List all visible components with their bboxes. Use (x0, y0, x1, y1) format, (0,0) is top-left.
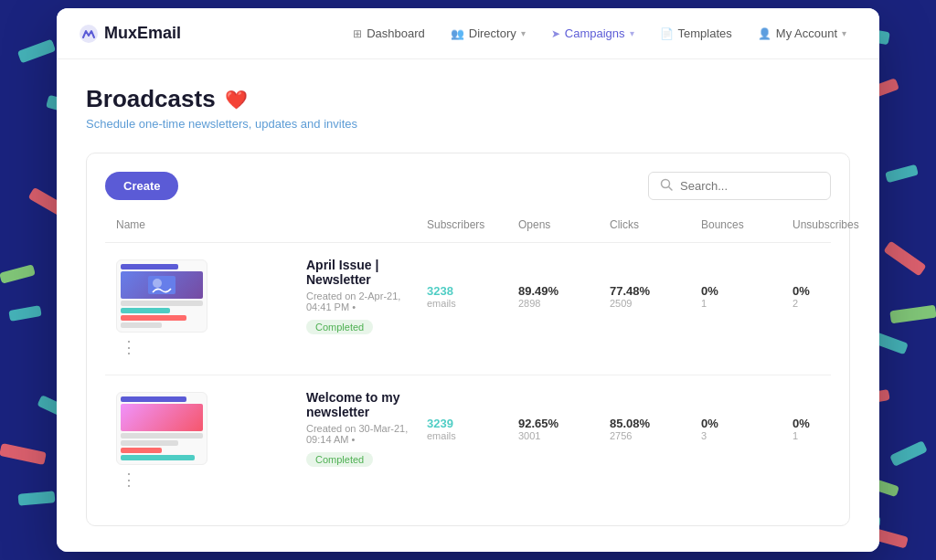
unsubs-num: 1 (792, 430, 820, 441)
clicks-num: 2509 (610, 298, 701, 309)
col-name: Name (116, 218, 427, 231)
subscribers-count: 3238 (427, 284, 518, 298)
more-options-button[interactable]: ⋮ (116, 467, 142, 492)
unsubs-cell: 0% 2 (792, 284, 820, 309)
clicks-pct: 77.48% (610, 284, 701, 298)
opens-num: 2898 (518, 298, 610, 309)
row-thumbnail (116, 259, 207, 333)
arrow-icon: ➤ (551, 27, 560, 40)
grid-icon: ⊞ (353, 27, 362, 40)
row-name: Welcome to my newsletter (306, 390, 427, 419)
subscribers-label: emails (427, 298, 518, 309)
col-bounces: Bounces (701, 218, 792, 231)
subscribers-cell: 3239 emails (427, 417, 518, 441)
bounces-num: 1 (701, 298, 792, 309)
nav-item-templates[interactable]: 📄 Templates (649, 21, 743, 46)
person-icon: 👤 (758, 27, 771, 40)
table-row: Welcome to my newsletter Created on 30-M… (105, 375, 831, 507)
broadcasts-table-container: Create Name Subscribers (86, 153, 850, 526)
chevron-down-icon: ▾ (630, 28, 634, 38)
clicks-num: 2756 (610, 430, 701, 441)
col-clicks: Clicks (610, 218, 701, 231)
search-input[interactable] (680, 179, 819, 193)
search-box (648, 172, 831, 200)
table-row: April Issue | Newsletter Created on 2-Ap… (105, 243, 831, 375)
bounces-cell: 0% 1 (701, 284, 792, 309)
page-subtitle: Schedule one-time newsletters, updates a… (86, 117, 850, 131)
page-content: Broadcasts ❤️ Schedule one-time newslett… (57, 59, 879, 552)
more-options-button[interactable]: ⋮ (116, 334, 142, 360)
bounces-pct: 0% (701, 417, 792, 430)
row-info: Welcome to my newsletter Created on 30-M… (299, 390, 427, 467)
row-date: Created on 2-Apr-21, 04:41 PM • (306, 291, 427, 312)
nav-item-dashboard[interactable]: ⊞ Dashboard (342, 21, 436, 46)
unsubs-pct: 0% (792, 417, 820, 430)
row-date: Created on 30-Mar-21, 09:14 AM • (306, 423, 427, 445)
svg-rect-3 (148, 276, 176, 294)
clicks-cell: 77.48% 2509 (610, 284, 701, 309)
doc-icon: 📄 (660, 27, 674, 40)
row-thumbnail (116, 392, 207, 465)
bounces-num: 3 (701, 430, 792, 441)
nav-item-campaigns[interactable]: ➤ Campaigns ▾ (540, 21, 645, 46)
opens-pct: 92.65% (518, 417, 610, 430)
opens-pct: 89.49% (518, 284, 610, 298)
nav-items: ⊞ Dashboard 👥 Directory ▾ ➤ Campaigns ▾ … (342, 21, 857, 46)
col-unsubscribes: Unsubscribes (792, 218, 820, 231)
col-subscribers: Subscribers (427, 218, 518, 231)
logo[interactable]: MuxEmail (79, 24, 181, 44)
app-window: MuxEmail ⊞ Dashboard 👥 Directory ▾ ➤ Cam… (57, 8, 879, 552)
chevron-down-icon: ▾ (842, 28, 846, 38)
page-title: Broadcasts (86, 85, 216, 113)
subscribers-label: emails (427, 430, 518, 441)
unsubs-pct: 0% (792, 284, 820, 298)
nav-item-myaccount[interactable]: 👤 My Account ▾ (747, 21, 857, 46)
bounces-pct: 0% (701, 284, 792, 298)
subscribers-cell: 3238 emails (427, 284, 518, 309)
clicks-cell: 85.08% 2756 (610, 417, 701, 441)
opens-cell: 89.49% 2898 (518, 284, 610, 309)
page-header: Broadcasts ❤️ (86, 85, 850, 113)
opens-num: 3001 (518, 430, 610, 441)
status-badge: Completed (306, 320, 373, 334)
svg-point-4 (153, 279, 162, 288)
nav-bar: MuxEmail ⊞ Dashboard 👥 Directory ▾ ➤ Cam… (57, 8, 879, 59)
column-headers: Name Subscribers Opens Clicks Bounces Un… (105, 218, 831, 243)
clicks-pct: 85.08% (610, 417, 701, 430)
logo-text: MuxEmail (104, 24, 181, 43)
bounces-cell: 0% 3 (701, 417, 792, 441)
opens-cell: 92.65% 3001 (518, 417, 610, 441)
table-toolbar: Create (105, 172, 831, 200)
nav-item-directory[interactable]: 👥 Directory ▾ (440, 21, 537, 46)
status-badge: Completed (306, 452, 373, 467)
unsubs-cell: 0% 1 (792, 417, 820, 441)
svg-line-2 (669, 187, 673, 191)
search-icon (660, 178, 673, 194)
unsubs-num: 2 (792, 298, 820, 309)
row-name: April Issue | Newsletter (306, 258, 427, 287)
row-info: April Issue | Newsletter Created on 2-Ap… (299, 258, 427, 334)
svg-point-0 (80, 25, 98, 43)
people-icon: 👥 (451, 27, 464, 40)
create-button[interactable]: Create (105, 172, 178, 200)
subscribers-count: 3239 (427, 417, 518, 430)
heart-icon: ❤️ (225, 89, 248, 111)
chevron-down-icon: ▾ (521, 28, 526, 38)
col-opens: Opens (518, 218, 610, 231)
